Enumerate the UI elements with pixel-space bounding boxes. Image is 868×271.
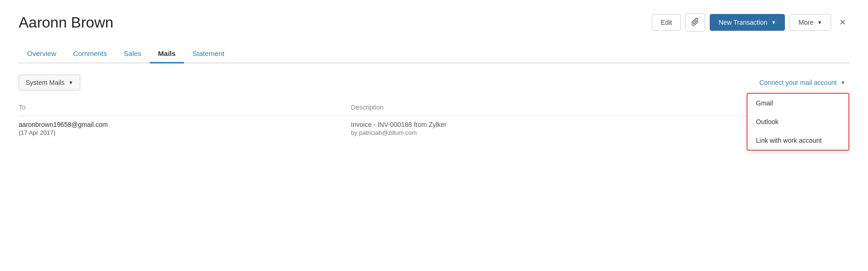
to-cell: aaronbrown19658@gmail.com (17 Apr 2017) — [19, 116, 351, 139]
new-transaction-button[interactable]: New Transaction ▼ — [710, 14, 785, 31]
connect-mail-dropdown: Gmail Outlook Link with work account — [747, 93, 849, 151]
toolbar-row: System Mails ▼ Connect your mail account… — [19, 75, 849, 90]
chevron-down-icon: ▼ — [68, 80, 73, 85]
close-button[interactable]: × — [836, 14, 849, 30]
tabs-bar: Overview Comments Sales Mails Statement — [19, 45, 849, 63]
connect-mail-container: Connect your mail account ▼ Gmail Outloo… — [755, 76, 849, 89]
tab-statement[interactable]: Statement — [184, 45, 233, 63]
tab-mails[interactable]: Mails — [150, 45, 184, 63]
table-row: aaronbrown19658@gmail.com (17 Apr 2017) … — [19, 116, 849, 139]
email-address: aaronbrown19658@gmail.com — [19, 121, 351, 128]
system-mails-dropdown[interactable]: System Mails ▼ — [19, 75, 80, 90]
mail-table: To Description aaronbrown19658@gmail.com… — [19, 100, 849, 138]
chevron-down-icon: ▼ — [840, 80, 846, 85]
chevron-down-icon: ▼ — [817, 20, 822, 25]
edit-button[interactable]: Edit — [652, 14, 681, 31]
link-work-account-option[interactable]: Link with work account — [748, 131, 848, 150]
email-date: (17 Apr 2017) — [19, 129, 351, 136]
gmail-option[interactable]: Gmail — [748, 94, 848, 112]
tab-sales[interactable]: Sales — [115, 45, 150, 63]
outlook-option[interactable]: Outlook — [748, 112, 848, 131]
page: Aaronn Brown Edit New Transaction ▼ More… — [0, 0, 868, 271]
connect-mail-button[interactable]: Connect your mail account ▼ — [755, 76, 849, 89]
col-to: To — [19, 100, 351, 116]
tab-overview[interactable]: Overview — [19, 45, 65, 63]
attachment-button[interactable] — [685, 13, 705, 32]
header: Aaronn Brown Edit New Transaction ▼ More… — [19, 13, 849, 32]
header-actions: Edit New Transaction ▼ More ▼ × — [652, 13, 849, 32]
tab-comments[interactable]: Comments — [65, 45, 116, 63]
page-title: Aaronn Brown — [19, 14, 113, 31]
chevron-down-icon: ▼ — [771, 20, 776, 25]
more-button[interactable]: More ▼ — [790, 14, 831, 31]
paperclip-icon — [692, 18, 699, 27]
